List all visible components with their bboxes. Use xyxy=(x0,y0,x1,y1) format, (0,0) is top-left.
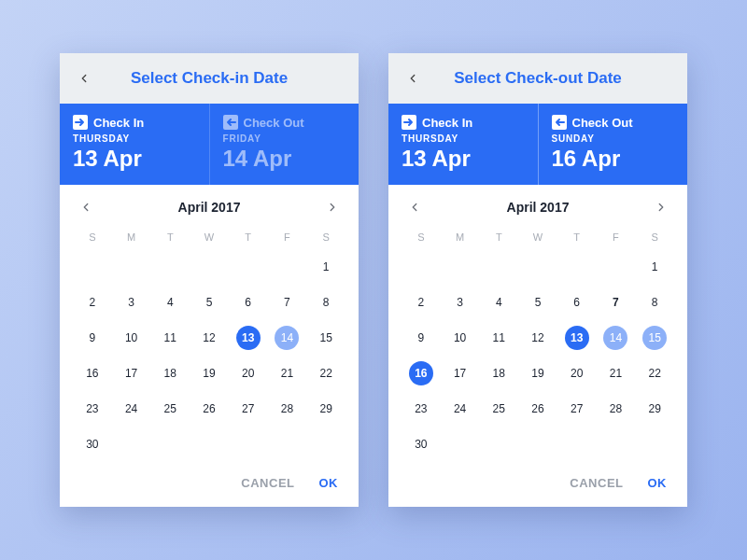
day-cell[interactable]: 28 xyxy=(597,394,636,424)
prev-month-button[interactable] xyxy=(77,198,95,217)
day-cell[interactable]: 20 xyxy=(229,358,268,388)
day-cell[interactable]: 1 xyxy=(306,252,345,282)
day-cell[interactable]: 29 xyxy=(635,394,674,424)
day-cell[interactable]: 13 xyxy=(229,323,268,353)
day-cell[interactable]: 2 xyxy=(402,287,441,317)
day-cell[interactable]: 15 xyxy=(635,323,674,353)
weekday-header: S xyxy=(73,228,112,246)
day-cell[interactable]: 8 xyxy=(306,287,345,317)
day-cell[interactable]: 2 xyxy=(73,287,112,317)
checkin-date: 13 Apr xyxy=(73,146,196,172)
calendar-grid: SMTWTFS123456789101112131415161718192021… xyxy=(60,222,359,463)
cancel-button[interactable]: CANCEL xyxy=(241,476,294,490)
weekday-header: W xyxy=(518,228,557,246)
day-cell[interactable]: 3 xyxy=(112,287,151,317)
day-cell[interactable]: 27 xyxy=(229,394,268,424)
day-cell[interactable]: 22 xyxy=(635,358,674,388)
day-cell[interactable]: 18 xyxy=(479,358,518,388)
page-title: Select Check-out Date xyxy=(402,69,674,88)
day-cell[interactable]: 5 xyxy=(190,287,229,317)
day-cell[interactable]: 21 xyxy=(597,358,636,388)
calendar-grid: SMTWTFS123456789101112131415161718192021… xyxy=(388,222,687,463)
weekday-header: S xyxy=(306,228,345,246)
day-cell[interactable]: 5 xyxy=(518,287,557,317)
checkout-label: Check Out xyxy=(572,116,633,130)
day-cell[interactable]: 24 xyxy=(441,394,480,424)
day-cell[interactable]: 1 xyxy=(635,252,674,282)
page-title: Select Check-in Date xyxy=(73,69,345,88)
day-cell[interactable]: 22 xyxy=(306,358,345,388)
day-cell[interactable]: 13 xyxy=(557,323,597,353)
weekday-header: M xyxy=(112,228,151,246)
day-cell[interactable]: 17 xyxy=(112,358,151,388)
checkin-label: Check In xyxy=(93,116,144,130)
day-cell[interactable]: 25 xyxy=(150,394,190,424)
day-cell[interactable]: 4 xyxy=(479,287,518,317)
checkin-weekday: THURSDAY xyxy=(402,133,525,144)
day-cell[interactable]: 12 xyxy=(190,323,229,353)
weekday-header: S xyxy=(635,228,674,246)
day-cell[interactable]: 16 xyxy=(73,358,112,388)
day-cell[interactable]: 15 xyxy=(306,323,345,353)
day-cell[interactable]: 29 xyxy=(306,394,345,424)
weekday-header: W xyxy=(190,228,229,246)
checkout-date: 16 Apr xyxy=(552,146,675,172)
ok-button[interactable]: OK xyxy=(648,476,668,490)
weekday-header: S xyxy=(402,228,441,246)
day-cell[interactable]: 25 xyxy=(479,394,518,424)
month-label: April 2017 xyxy=(507,200,570,215)
next-month-button[interactable] xyxy=(652,198,670,217)
checkin-label: Check In xyxy=(422,116,472,130)
day-cell[interactable]: 17 xyxy=(441,358,480,388)
day-cell[interactable]: 6 xyxy=(229,287,268,317)
day-cell[interactable]: 16 xyxy=(402,358,441,388)
prev-month-button[interactable] xyxy=(405,198,424,217)
arrow-left-icon xyxy=(223,115,238,130)
arrow-right-icon xyxy=(73,115,88,130)
checkout-label: Check Out xyxy=(244,116,304,130)
checkin-summary[interactable]: Check In THURSDAY 13 Apr xyxy=(60,104,209,185)
day-cell[interactable]: 8 xyxy=(635,287,674,317)
day-cell[interactable]: 4 xyxy=(150,287,190,317)
checkout-summary[interactable]: Check Out SUNDAY 16 Apr xyxy=(538,104,688,185)
weekday-header: F xyxy=(597,228,636,246)
ok-button[interactable]: OK xyxy=(319,476,339,490)
day-cell[interactable]: 30 xyxy=(73,429,112,459)
arrow-right-icon xyxy=(402,115,416,130)
weekday-header: T xyxy=(479,228,518,246)
day-cell[interactable]: 10 xyxy=(112,323,151,353)
cancel-button[interactable]: CANCEL xyxy=(570,476,623,490)
checkin-summary[interactable]: Check In THURSDAY 13 Apr xyxy=(388,104,538,185)
day-cell[interactable]: 14 xyxy=(268,323,307,353)
day-cell[interactable]: 20 xyxy=(557,358,597,388)
day-cell[interactable]: 26 xyxy=(190,394,229,424)
day-cell[interactable]: 24 xyxy=(112,394,151,424)
day-cell[interactable]: 21 xyxy=(268,358,307,388)
checkin-date: 13 Apr xyxy=(402,146,525,172)
day-cell[interactable]: 7 xyxy=(268,287,307,317)
day-cell[interactable]: 23 xyxy=(402,394,441,424)
day-cell[interactable]: 7 xyxy=(597,287,636,317)
day-cell[interactable]: 3 xyxy=(441,287,480,317)
day-cell[interactable]: 9 xyxy=(73,323,112,353)
weekday-header: T xyxy=(557,228,597,246)
checkout-summary[interactable]: Check Out FRIDAY 14 Apr xyxy=(209,104,359,185)
day-cell[interactable]: 9 xyxy=(402,323,441,353)
checkin-date-picker: Select Check-in Date Check In THURSDAY 1… xyxy=(60,53,359,507)
day-cell[interactable]: 23 xyxy=(73,394,112,424)
day-cell[interactable]: 11 xyxy=(150,323,190,353)
day-cell[interactable]: 18 xyxy=(150,358,190,388)
day-cell[interactable]: 12 xyxy=(518,323,557,353)
day-cell[interactable]: 14 xyxy=(597,323,636,353)
day-cell[interactable]: 27 xyxy=(557,394,597,424)
next-month-button[interactable] xyxy=(323,198,342,217)
day-cell[interactable]: 6 xyxy=(557,287,597,317)
day-cell[interactable]: 28 xyxy=(268,394,307,424)
checkout-date: 14 Apr xyxy=(223,146,346,172)
day-cell[interactable]: 19 xyxy=(190,358,229,388)
day-cell[interactable]: 10 xyxy=(441,323,480,353)
day-cell[interactable]: 26 xyxy=(518,394,557,424)
day-cell[interactable]: 19 xyxy=(518,358,557,388)
day-cell[interactable]: 11 xyxy=(479,323,518,353)
day-cell[interactable]: 30 xyxy=(402,429,441,459)
